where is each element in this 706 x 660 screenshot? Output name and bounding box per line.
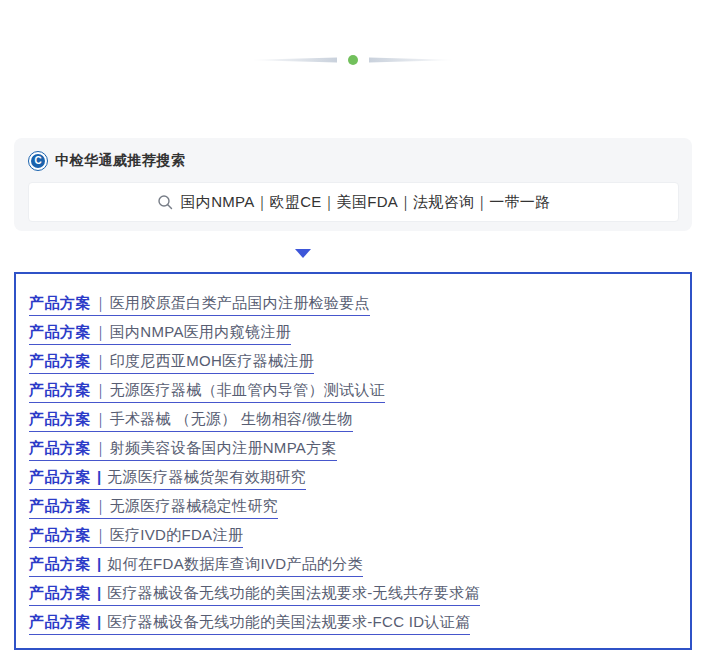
search-input[interactable]: 国内NMPA｜欧盟CE｜美国FDA｜法规咨询｜一带一路 (28, 182, 679, 222)
suggestion-link[interactable]: 产品方案｜印度尼西亚MOH医疗器械注册 (29, 352, 314, 374)
recommend-search-card: C 中检华通威推荐搜索 国内NMPA｜欧盟CE｜美国FDA｜法规咨询｜一带一路 (14, 138, 692, 231)
suggestion-link[interactable]: 产品方案|医疗器械设备无线功能的美国法规要求-FCC ID认证篇 (29, 613, 470, 635)
item-title: 国内NMPA医用内窥镜注册 (110, 323, 291, 340)
item-prefix: 产品方案 (29, 497, 91, 514)
item-prefix: 产品方案 (29, 323, 91, 340)
item-separator: | (91, 555, 107, 572)
search-query-text: 国内NMPA｜欧盟CE｜美国FDA｜法规咨询｜一带一路 (181, 193, 551, 212)
item-prefix: 产品方案 (29, 352, 91, 369)
item-prefix: 产品方案 (29, 555, 91, 572)
card-title: 中检华通威推荐搜索 (55, 152, 186, 170)
item-title: 印度尼西亚MOH医疗器械注册 (110, 352, 314, 369)
card-header: C 中检华通威推荐搜索 (14, 138, 692, 171)
item-separator: ｜ (91, 352, 110, 369)
suggestion-link[interactable]: 产品方案｜国内NMPA医用内窥镜注册 (29, 323, 291, 345)
divider-line-right (369, 57, 457, 63)
suggestion-link[interactable]: 产品方案｜医用胶原蛋白类产品国内注册检验要点 (29, 294, 370, 316)
item-title: 医疗IVD的FDA注册 (110, 526, 243, 543)
item-title: 医疗器械设备无线功能的美国法规要求-FCC ID认证篇 (107, 613, 470, 630)
item-title: 无源医疗器械（非血管内导管）测试认证 (110, 381, 385, 398)
suggestion-link[interactable]: 产品方案｜无源医疗器械（非血管内导管）测试认证 (29, 381, 385, 403)
suggestion-link[interactable]: 产品方案｜射频美容设备国内注册NMPA方案 (29, 439, 337, 461)
item-separator: ｜ (91, 439, 110, 456)
list-item: 产品方案｜手术器械 （无源） 生物相容/微生物 (29, 406, 676, 435)
item-title: 医用胶原蛋白类产品国内注册检验要点 (110, 294, 370, 311)
suggestion-link[interactable]: 产品方案｜手术器械 （无源） 生物相容/微生物 (29, 410, 353, 432)
suggestion-link[interactable]: 产品方案｜医疗IVD的FDA注册 (29, 526, 243, 548)
list-item: 产品方案｜医用胶原蛋白类产品国内注册检验要点 (29, 290, 676, 319)
suggestion-link[interactable]: 产品方案|医疗器械设备无线功能的美国法规要求-无线共存要求篇 (29, 584, 480, 606)
item-separator: ｜ (91, 526, 110, 543)
search-icon (157, 194, 173, 210)
list-item: 产品方案|如何在FDA数据库查询IVD产品的分类 (29, 551, 676, 580)
divider-green-dot (348, 55, 358, 65)
item-prefix: 产品方案 (29, 381, 91, 398)
suggestion-panel: 产品方案｜医用胶原蛋白类产品国内注册检验要点 产品方案｜国内NMPA医用内窥镜注… (14, 272, 692, 650)
suggestion-link[interactable]: 产品方案｜无源医疗器械稳定性研究 (29, 497, 278, 519)
item-separator: ｜ (91, 381, 110, 398)
item-prefix: 产品方案 (29, 613, 91, 630)
list-item: 产品方案｜射频美容设备国内注册NMPA方案 (29, 435, 676, 464)
item-title: 无源医疗器械稳定性研究 (110, 497, 278, 514)
divider-line-left (249, 57, 337, 63)
list-item: 产品方案｜无源医疗器械（非血管内导管）测试认证 (29, 377, 676, 406)
item-separator: ｜ (91, 294, 110, 311)
item-title: 射频美容设备国内注册NMPA方案 (110, 439, 337, 456)
item-separator: | (91, 468, 107, 485)
item-separator: ｜ (91, 497, 110, 514)
item-prefix: 产品方案 (29, 410, 91, 427)
item-prefix: 产品方案 (29, 584, 91, 601)
item-separator: ｜ (91, 323, 110, 340)
item-prefix: 产品方案 (29, 294, 91, 311)
item-title: 如何在FDA数据库查询IVD产品的分类 (107, 555, 363, 572)
item-prefix: 产品方案 (29, 468, 91, 485)
list-item: 产品方案｜无源医疗器械稳定性研究 (29, 493, 676, 522)
triangle-down-icon (295, 249, 311, 258)
list-item: 产品方案｜医疗IVD的FDA注册 (29, 522, 676, 551)
brand-logo-icon: C (28, 151, 48, 171)
suggestion-link[interactable]: 产品方案|无源医疗器械货架有效期研究 (29, 468, 306, 490)
item-prefix: 产品方案 (29, 439, 91, 456)
item-title: 医疗器械设备无线功能的美国法规要求-无线共存要求篇 (107, 584, 480, 601)
item-separator: | (91, 613, 107, 630)
dropdown-pointer (0, 249, 706, 259)
item-separator: ｜ (91, 410, 110, 427)
list-item: 产品方案｜印度尼西亚MOH医疗器械注册 (29, 348, 676, 377)
item-title: 无源医疗器械货架有效期研究 (107, 468, 306, 485)
list-item: 产品方案｜国内NMPA医用内窥镜注册 (29, 319, 676, 348)
item-separator: | (91, 584, 107, 601)
item-title: 手术器械 （无源） 生物相容/微生物 (110, 410, 353, 427)
suggestion-link[interactable]: 产品方案|如何在FDA数据库查询IVD产品的分类 (29, 555, 363, 577)
list-item: 产品方案|医疗器械设备无线功能的美国法规要求-FCC ID认证篇 (29, 609, 676, 638)
item-prefix: 产品方案 (29, 526, 91, 543)
decorative-divider (0, 54, 706, 66)
list-item: 产品方案|医疗器械设备无线功能的美国法规要求-无线共存要求篇 (29, 580, 676, 609)
list-item: 产品方案|无源医疗器械货架有效期研究 (29, 464, 676, 493)
